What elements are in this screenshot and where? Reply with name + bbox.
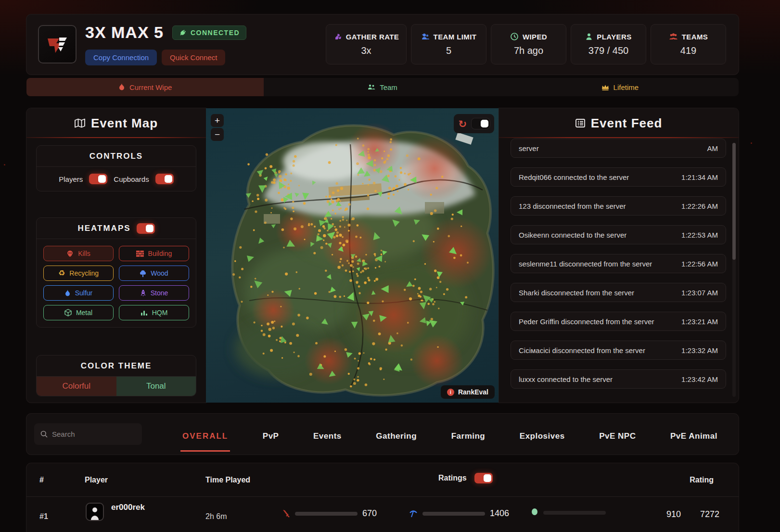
- tab-team[interactable]: Team: [264, 78, 501, 96]
- stat-label: GATHER RATE: [346, 33, 399, 41]
- stat-team-limit: TEAM LIMIT 5: [411, 24, 486, 64]
- column-ratings: Ratings: [438, 474, 467, 482]
- column-rating: Rating: [690, 476, 714, 484]
- heatmap-building-button[interactable]: Building: [119, 246, 189, 261]
- server-stats: GATHER RATE 3x TEAM LIMIT 5 WIPED 7h ago: [326, 24, 726, 64]
- feed-scrollbar-thumb[interactable]: [732, 143, 736, 260]
- background-speck: [4, 164, 5, 165]
- table-row[interactable]: #1 er000rek 2h 6m 670 1406 910: [26, 497, 739, 532]
- info-icon: i: [447, 389, 454, 396]
- feed-item: server AM: [511, 139, 726, 158]
- person-icon: [585, 33, 593, 40]
- event-feed-list[interactable]: server AM Redqit066 connected to the ser…: [499, 138, 739, 403]
- tab-events[interactable]: Events: [311, 417, 344, 452]
- pvp-value: 670: [362, 508, 377, 519]
- cupboards-toggle[interactable]: [155, 174, 174, 184]
- cupboards-toggle-label: Cupboards: [114, 175, 149, 183]
- flame-icon: [118, 83, 125, 91]
- feed-item-time: 1:23:21 AM: [681, 317, 718, 326]
- map-zoom-in-button[interactable]: +: [211, 114, 224, 127]
- event-map-panel: Event Map CONTROLS Players Cupboards HEA…: [26, 108, 206, 403]
- column-player: Player: [85, 476, 108, 484]
- stat-label: TEAMS: [682, 33, 708, 41]
- refresh-icon[interactable]: ↻: [458, 119, 467, 129]
- tab-current-wipe[interactable]: Current Wipe: [26, 78, 264, 96]
- heatmap-hqm-button[interactable]: HQM: [119, 305, 189, 320]
- farm-value: 910: [666, 509, 681, 519]
- stat-value: 7h ago: [514, 45, 543, 56]
- tab-label: Current Wipe: [129, 83, 172, 91]
- tab-pvp[interactable]: PvP: [261, 417, 281, 452]
- bricks-icon: [136, 251, 144, 257]
- feed-item: Sharki disconnected from the server 1:23…: [511, 283, 726, 302]
- event-feed-panel: Event Feed server AM Redqit066 connected…: [499, 108, 739, 403]
- heatmap-button-label: Stone: [151, 289, 168, 297]
- pvp-metric: 670: [281, 508, 377, 519]
- heatmap-button-label: Wood: [151, 269, 168, 277]
- feed-item: Peder Griffin disconnected from the serv…: [511, 312, 726, 331]
- feed-scrollbar[interactable]: [732, 143, 736, 397]
- column-time-played: Time Played: [205, 476, 250, 484]
- heatmap-kills-button[interactable]: Kills: [43, 246, 114, 261]
- tab-lifetime[interactable]: Lifetime: [501, 78, 739, 96]
- event-map-title: Event Map: [91, 116, 158, 131]
- clock-icon: [510, 32, 519, 41]
- map-overlay-toggle[interactable]: [472, 118, 490, 129]
- heatmap-metal-button[interactable]: Metal: [43, 305, 114, 320]
- list-icon: [575, 119, 585, 127]
- tab-pve-npc[interactable]: PvE NPC: [597, 417, 638, 452]
- feed-item: Ciciмacici disconnected from the server …: [511, 341, 726, 360]
- feed-item-time: AM: [707, 144, 718, 152]
- ratings-toggle[interactable]: [474, 473, 493, 483]
- players-toggle[interactable]: [89, 174, 107, 184]
- flame-icon: [64, 290, 71, 297]
- search-input[interactable]: [52, 430, 129, 438]
- tab-label: Team: [380, 83, 397, 91]
- theme-tonal-option[interactable]: Tonal: [116, 377, 196, 396]
- bar-chart-icon: [141, 309, 148, 316]
- player-rating: 7272: [700, 509, 719, 519]
- stat-label: PLAYERS: [597, 33, 631, 41]
- feed-item-text: Redqit066 connected to the server: [519, 173, 629, 181]
- feed-item: luxxx connected to the server 1:23:42 AM: [511, 369, 726, 389]
- color-theme-title: COLOR THEME: [37, 355, 196, 377]
- search-box[interactable]: [34, 423, 142, 445]
- map-watermark: i RankEval: [441, 385, 495, 399]
- heatmaps-toggle[interactable]: [137, 223, 155, 234]
- map-zoom-out-button[interactable]: −: [211, 128, 224, 141]
- status-badge-label: CONNECTED: [191, 29, 240, 37]
- tab-explosives[interactable]: Explosives: [518, 417, 567, 452]
- column-rank: #: [39, 476, 44, 484]
- ore-icon: [333, 32, 342, 41]
- group-icon: [669, 33, 678, 40]
- quick-connect-button[interactable]: Quick Connect: [162, 50, 225, 65]
- sword-icon: [281, 509, 290, 518]
- feed-item-time: 1:23:42 AM: [681, 375, 718, 383]
- feed-item: Osikeenn connected to the server 1:22:53…: [511, 225, 726, 244]
- feed-item: Redqit066 connected to the server 1:21:3…: [511, 167, 726, 187]
- feed-item: 123 disconnected from the server 1:22:26…: [511, 196, 726, 215]
- copy-connection-button[interactable]: Copy Connection: [85, 50, 157, 65]
- server-logo: [38, 25, 77, 63]
- heatmap-button-label: Building: [148, 250, 172, 257]
- tab-pve-animal[interactable]: PvE Animal: [668, 417, 719, 452]
- leaderboard-toolbar: OVERALL PvP Events Gathering Farming Exp…: [26, 414, 739, 455]
- background-speck: [751, 142, 752, 144]
- heatmap-wood-button[interactable]: Wood: [119, 266, 189, 281]
- heatmap-sulfur-button[interactable]: Sulfur: [43, 285, 114, 301]
- heatmap-button-label: Recycling: [69, 269, 99, 277]
- event-feed-title: Event Feed: [591, 116, 663, 131]
- tree-icon: [140, 270, 146, 277]
- feed-item-text: seslenme11 disconnected from the server: [519, 260, 652, 268]
- tab-farming[interactable]: Farming: [449, 417, 487, 452]
- watermark-label: RankEval: [458, 388, 488, 396]
- avatar: [86, 503, 104, 521]
- server-header: 3X MAX 5 CONNECTED Copy Connection Quick…: [26, 14, 739, 75]
- tab-overall[interactable]: OVERALL: [180, 417, 230, 452]
- heatmap-recycling-button[interactable]: ♻ Recycling: [43, 266, 114, 281]
- tab-gathering[interactable]: Gathering: [374, 417, 419, 452]
- heatmaps-title: HEATMAPS: [77, 224, 130, 233]
- game-map[interactable]: + − ↻ i RankEval: [206, 108, 499, 403]
- theme-colorful-option[interactable]: Colorful: [37, 377, 116, 396]
- heatmap-stone-button[interactable]: Stone: [119, 285, 189, 301]
